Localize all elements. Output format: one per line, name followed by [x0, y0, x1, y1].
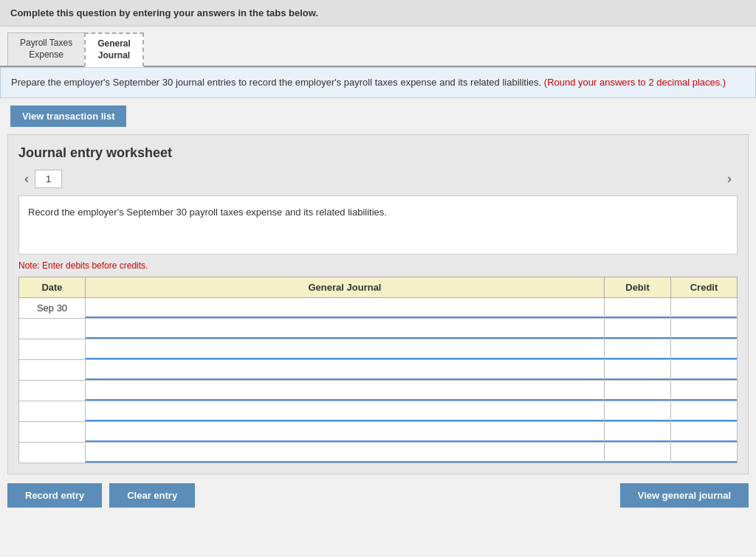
worksheet-container: Journal entry worksheet ‹ 1 › Record the…: [7, 134, 749, 474]
date-cell: [19, 380, 86, 401]
debit-input[interactable]: [605, 360, 670, 380]
credit-cell[interactable]: [671, 318, 738, 339]
credit-cell[interactable]: [671, 380, 738, 401]
table-row: [19, 318, 738, 339]
general-journal-input[interactable]: [86, 381, 604, 401]
credit-input[interactable]: [671, 298, 737, 318]
debit-input[interactable]: [605, 443, 670, 463]
credit-cell[interactable]: [671, 401, 738, 421]
date-cell: Sep 30: [19, 297, 86, 318]
table-row: Sep 30: [19, 297, 738, 318]
record-entry-button[interactable]: Record entry: [7, 483, 102, 508]
col-header-date: Date: [19, 277, 86, 297]
worksheet-title: Journal entry worksheet: [18, 145, 738, 161]
bottom-buttons: Record entry Clear entry View general jo…: [0, 483, 756, 508]
credit-input[interactable]: [671, 422, 737, 442]
journal-table: Date General Journal Debit Credit Sep 30: [18, 277, 738, 463]
next-page-button[interactable]: ›: [721, 170, 738, 188]
credit-cell[interactable]: [671, 442, 738, 463]
credit-cell[interactable]: [671, 297, 738, 318]
credit-input[interactable]: [671, 339, 737, 359]
debit-cell[interactable]: [605, 339, 671, 359]
credit-input[interactable]: [671, 319, 737, 339]
general-journal-cell[interactable]: [86, 442, 605, 463]
general-journal-input[interactable]: [86, 401, 604, 421]
note-text: Note: Enter debits before credits.: [18, 260, 738, 271]
date-cell: [19, 359, 86, 380]
date-cell: [19, 401, 86, 421]
col-header-debit: Debit: [605, 277, 671, 297]
general-journal-cell[interactable]: [86, 297, 605, 318]
general-journal-input[interactable]: [86, 298, 604, 318]
credit-input[interactable]: [671, 401, 737, 421]
banner-text: Complete this question by entering your …: [10, 7, 318, 18]
general-journal-cell[interactable]: [86, 318, 605, 339]
credit-input[interactable]: [671, 443, 737, 463]
debit-input[interactable]: [605, 298, 670, 318]
date-cell: [19, 339, 86, 359]
table-row: [19, 339, 738, 359]
general-journal-input[interactable]: [86, 422, 604, 442]
page-number: 1: [35, 170, 62, 188]
debit-cell[interactable]: [605, 421, 671, 442]
table-row: [19, 380, 738, 401]
tab-general-journal[interactable]: GeneralJournal: [84, 32, 144, 67]
debit-cell[interactable]: [605, 401, 671, 421]
tab-payroll-taxes-expense[interactable]: Payroll TaxesExpense: [7, 32, 84, 66]
general-journal-input[interactable]: [86, 319, 604, 339]
general-journal-input[interactable]: [86, 443, 604, 463]
general-journal-cell[interactable]: [86, 339, 605, 359]
table-row: [19, 421, 738, 442]
debit-cell[interactable]: [605, 318, 671, 339]
table-row: [19, 442, 738, 463]
debit-input[interactable]: [605, 319, 670, 339]
debit-cell[interactable]: [605, 380, 671, 401]
entry-description-text: Record the employer's September 30 payro…: [28, 207, 387, 218]
top-banner: Complete this question by entering your …: [0, 0, 756, 27]
credit-cell[interactable]: [671, 359, 738, 380]
general-journal-cell[interactable]: [86, 401, 605, 421]
general-journal-cell[interactable]: [86, 359, 605, 380]
general-journal-cell[interactable]: [86, 421, 605, 442]
debit-input[interactable]: [605, 422, 670, 442]
date-cell: [19, 318, 86, 339]
col-header-general-journal: General Journal: [86, 277, 605, 297]
date-cell: [19, 421, 86, 442]
clear-entry-button[interactable]: Clear entry: [109, 483, 195, 508]
instruction-highlight: (Round your answers to 2 decimal places.…: [544, 77, 726, 88]
tabs-row: Payroll TaxesExpense GeneralJournal: [0, 27, 756, 67]
credit-cell[interactable]: [671, 421, 738, 442]
view-transaction-button[interactable]: View transaction list: [10, 105, 126, 127]
general-journal-cell[interactable]: [86, 380, 605, 401]
instruction-text: Prepare the employer's September 30 jour…: [11, 77, 541, 88]
date-cell: [19, 442, 86, 463]
credit-input[interactable]: [671, 381, 737, 401]
table-row: [19, 359, 738, 380]
entry-description: Record the employer's September 30 payro…: [18, 196, 738, 255]
debit-cell[interactable]: [605, 442, 671, 463]
col-header-credit: Credit: [671, 277, 738, 297]
debit-input[interactable]: [605, 381, 670, 401]
debit-cell[interactable]: [605, 297, 671, 318]
debit-cell[interactable]: [605, 359, 671, 380]
debit-input[interactable]: [605, 339, 670, 359]
general-journal-input[interactable]: [86, 339, 604, 359]
credit-cell[interactable]: [671, 339, 738, 359]
pagination-row: ‹ 1 ›: [18, 170, 738, 188]
general-journal-input[interactable]: [86, 360, 604, 380]
instruction-box: Prepare the employer's September 30 jour…: [0, 67, 756, 98]
view-general-journal-button[interactable]: View general journal: [620, 483, 749, 508]
table-row: [19, 401, 738, 421]
credit-input[interactable]: [671, 360, 737, 380]
prev-page-button[interactable]: ‹: [18, 170, 35, 188]
debit-input[interactable]: [605, 401, 670, 421]
